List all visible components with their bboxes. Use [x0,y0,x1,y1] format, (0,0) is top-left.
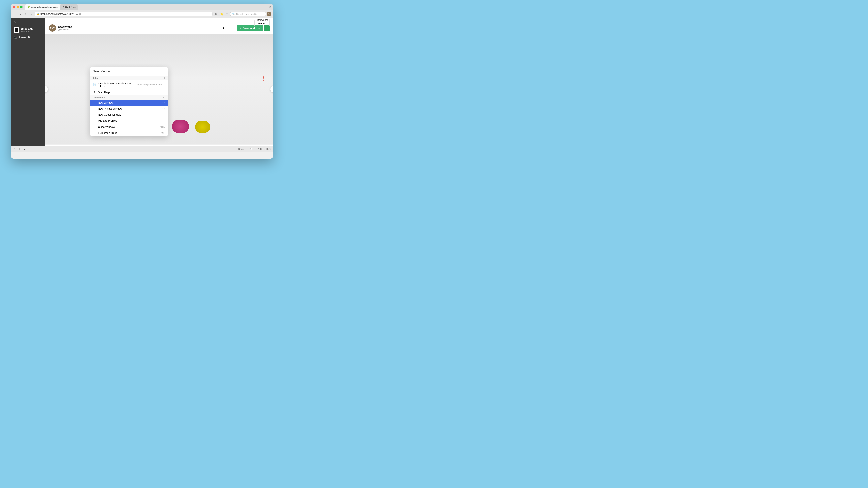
heart-button[interactable]: ♥ [220,25,227,31]
extensions-button[interactable]: ⊞ [214,12,219,16]
popup-tabs-header: Tabs 2 [90,76,168,80]
unsplash-logo-box [14,27,19,33]
private-window-icon [93,107,96,110]
startpage-icon: ⊞ [93,91,96,94]
sidebar-brand: Unsplash Photos for [21,27,33,33]
guest-window-icon [93,113,96,116]
guest-window-label: New Guest Window [98,113,163,116]
photos-icon: 📷 [14,36,17,39]
tab-item-label: assorted-colored cactus photo – Free... [98,82,135,88]
nav-bar: ‹ › ↻ ⌂ 🔒 unsplash.com/photos/GQD3Av_9A8… [11,10,273,18]
title-bar: 🌵 assorted-colored cactus p... ⊞ Start P… [11,4,273,10]
bookmarks-button[interactable]: ⭐ [219,12,224,16]
close-button[interactable] [13,6,15,8]
manage-profiles-icon [93,119,96,122]
popup-search-input[interactable] [93,70,165,73]
tab-startpage[interactable]: ⊞ Start Page [60,4,78,10]
popup-tab-item-unsplash[interactable]: 📄 assorted-colored cactus photo – Free..… [90,80,168,89]
bottom-toolbar: ⊟ ⊞ ☁ Reset 100 % 11:22 [11,146,273,152]
minimize-button[interactable] [17,6,19,8]
zoom-control: 100 % [245,148,265,150]
tabs-section-label: Tabs [93,77,98,79]
lock-icon: 🔒 [37,13,39,15]
reload-button[interactable]: ↻ [23,12,28,16]
page-content: ✕ Unsplash Photos for 📷 Photos 128 [11,18,273,152]
search-bar[interactable]: 🔍 Search DuckDuckGo [230,12,266,17]
address-bar[interactable]: 🔒 unsplash.com/photos/GQD3Av_9A88 [35,12,213,17]
close-window-shortcut: ⇧⌘W [159,126,165,128]
add-button[interactable]: + [228,25,236,31]
tab-label: assorted-colored cactus p... [31,6,58,8]
search-placeholder: Search DuckDuckGo [236,13,257,15]
sidebar-subtitle: Photos for [21,30,33,33]
photos-count-bar: Relevance ▾ [45,18,273,22]
tabs-area: 🌵 assorted-colored cactus p... ⊞ Start P… [25,4,265,10]
tab-item-url: https://unsplash.com/photos/GQD3... [137,84,165,86]
join-free-label: Join free [257,22,267,25]
private-window-label: New Private Window [98,107,158,110]
tab-unsplash[interactable]: 🌵 assorted-colored cactus p... [25,4,60,10]
sidebar-close-button[interactable]: ✕ [11,18,45,26]
window-menu-icon[interactable]: ⋯ [266,6,268,8]
new-window-shortcut: ⌘N [161,101,165,104]
photo-header: SW Scott Webb @scottwebb ♥ + ↓ Download … [45,22,273,34]
popup-commands-header: Commands 172 [90,95,168,100]
nav-chevron[interactable]: ▾ [225,12,229,16]
command-new-guest-window[interactable]: New Guest Window [90,111,168,118]
search-icon: 🔍 [232,13,235,15]
toolbar-icon-panels[interactable]: ⊟ [13,147,17,151]
new-tab-button[interactable]: ＋ [79,5,83,9]
avatar-initials: SW [50,26,55,30]
sidebar-photos-count: Photos 128 [18,36,31,39]
fullscreen-icon [93,131,96,134]
toolbar-icon-cloud[interactable]: ☁ [23,147,26,151]
reset-label: Reset [239,148,244,150]
sidebar-logo: Unsplash Photos for [11,26,45,34]
command-manage-profiles[interactable]: Manage Profiles [90,118,168,124]
home-button[interactable]: ⌂ [29,12,33,16]
private-window-shortcut: ⇧⌘N [160,107,165,110]
manage-profiles-label: Manage Profiles [98,119,163,122]
tab-favicon: ⊞ [62,6,64,8]
sidebar-brand-name: Unsplash [21,27,33,30]
profile-avatar[interactable]: S [267,12,271,16]
fullscreen-label: Fullscreen Mode [98,131,159,134]
startpage-label: Start Page [98,91,163,94]
unsplash-logo-inner [15,28,18,32]
download-label: Download free [242,27,260,30]
command-close-window[interactable]: Close Window ⇧⌘W [90,124,168,130]
command-new-window[interactable]: New Window ⌘N [90,100,168,106]
tab-item-icon: 📄 [93,83,96,86]
toolbar-icon-tabs[interactable]: ⊞ [18,147,21,151]
photographer-avatar: SW [49,24,56,32]
traffic-lights [13,6,23,8]
zoom-level: 100 % [258,148,265,150]
download-icon: ↓ [240,27,241,30]
zoom-slider[interactable] [245,149,257,149]
back-button[interactable]: ‹ [13,12,17,16]
popup-search-area [90,67,168,76]
popup-tab-item-startpage[interactable]: ⊞ Start Page [90,89,168,95]
command-popup: Tabs 2 📄 assorted-colored cactus photo –… [90,67,168,136]
new-window-icon [93,101,96,104]
sidebar-item-photos[interactable]: 📷 Photos 128 [11,34,45,40]
window-close-icon[interactable]: ✕ [269,6,271,8]
join-free-button[interactable]: Join free [254,20,270,26]
command-new-private-window[interactable]: New Private Window ⇧⌘N [90,106,168,111]
photographer-handle: @scottwebb [58,28,218,31]
cactus-yellow [195,121,210,144]
vivaldi-watermark: VIVALDI [262,75,265,87]
fullscreen-shortcut: ^⌘F [161,132,165,134]
photographer-info: Scott Webb @scottwebb [58,25,218,31]
commands-section-label: Commands [93,96,105,99]
window-controls: ⋯ ✕ [266,6,271,8]
sidebar: ✕ Unsplash Photos for 📷 Photos 128 [11,18,45,152]
tabs-section-count: 2 [164,77,165,79]
tab-favicon: 🌵 [27,6,30,8]
forward-button[interactable]: › [18,12,23,16]
command-fullscreen-mode[interactable]: Fullscreen Mode ^⌘F [90,130,168,136]
cactus-pink [172,120,189,144]
close-window-label: Close Window [98,125,157,128]
browser-window: 🌵 assorted-colored cactus p... ⊞ Start P… [11,4,273,159]
maximize-button[interactable] [20,6,23,8]
